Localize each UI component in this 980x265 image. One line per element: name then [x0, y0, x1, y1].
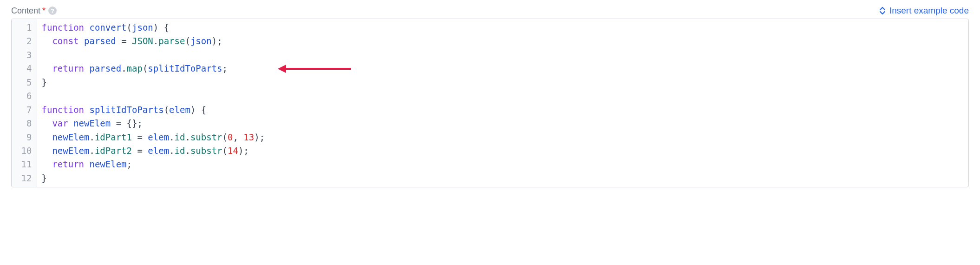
token: = {};: [116, 118, 143, 128]
token: var: [52, 118, 68, 128]
token: =: [137, 132, 142, 142]
code-line: 3: [12, 48, 968, 62]
token: [143, 132, 148, 142]
token: id: [175, 146, 185, 156]
token: [116, 36, 121, 46]
token: parse: [158, 36, 185, 46]
token: .: [153, 36, 158, 46]
line-number: 6: [12, 89, 37, 103]
token: return: [52, 159, 84, 169]
token: .: [169, 132, 174, 142]
code-content[interactable]: function splitIdToParts(elem) {: [37, 103, 968, 117]
line-number: 7: [12, 103, 37, 117]
code-content[interactable]: return newElem;: [37, 158, 968, 171]
token: splitIdToParts: [89, 105, 163, 115]
field-label: Content: [11, 6, 40, 16]
code-content[interactable]: }: [37, 172, 968, 187]
token: parsed: [89, 63, 121, 73]
token: (: [185, 36, 190, 46]
code-line: 9 newElem.idPart1 = elem.id.substr(0, 13…: [12, 131, 968, 144]
token: splitIdToParts: [148, 63, 222, 73]
token: idPart2: [95, 146, 132, 156]
token: [42, 118, 52, 128]
token: function: [42, 105, 85, 115]
token: JSON: [132, 36, 153, 46]
token: 13: [243, 132, 254, 142]
token: [127, 36, 132, 46]
token: [143, 146, 148, 156]
token: newElem: [89, 159, 126, 169]
code-line: 11 return newElem;: [12, 158, 968, 171]
required-indicator: *: [42, 6, 46, 16]
token: (: [222, 132, 228, 142]
token: idPart1: [95, 132, 132, 142]
token: 14: [228, 146, 238, 156]
chevron-expand-icon: [879, 7, 886, 15]
code-content[interactable]: }: [37, 76, 968, 89]
token: [79, 36, 84, 46]
token: (: [164, 105, 169, 115]
token: const: [52, 36, 78, 46]
token: convert: [89, 22, 126, 33]
code-body: 1function convert(json) {2 const parsed …: [12, 19, 968, 187]
line-number: 8: [12, 117, 37, 130]
token: (: [143, 63, 148, 73]
token: elem: [148, 132, 169, 142]
token: );: [238, 146, 249, 156]
token: }: [42, 77, 47, 87]
token: (: [222, 146, 228, 156]
token: .: [185, 146, 190, 156]
code-content[interactable]: const parsed = JSON.parse(json);: [37, 34, 968, 48]
token: return: [52, 63, 84, 73]
token: .: [185, 132, 190, 142]
field-label-group: Content * ?: [11, 6, 57, 16]
code-content[interactable]: [37, 89, 968, 103]
code-line: 6: [12, 89, 968, 103]
code-content[interactable]: var newElem = {};: [37, 117, 968, 130]
token: [84, 159, 89, 169]
token: [132, 146, 137, 156]
code-content[interactable]: function convert(json) {: [37, 19, 968, 34]
annotation-arrow-icon: [278, 65, 351, 73]
code-content[interactable]: newElem.idPart2 = elem.id.substr(14);: [37, 144, 968, 158]
code-content[interactable]: return parsed.map(splitIdToParts;: [37, 62, 968, 75]
code-content[interactable]: [37, 48, 968, 62]
token: );: [212, 36, 222, 46]
line-number: 3: [12, 48, 37, 62]
token: =: [121, 36, 126, 46]
token: (: [127, 22, 132, 33]
help-icon[interactable]: ?: [48, 7, 57, 15]
code-line: 7function splitIdToParts(elem) {: [12, 103, 968, 117]
line-number: 5: [12, 76, 37, 89]
token: .: [121, 63, 126, 73]
line-number: 10: [12, 144, 37, 158]
token: newElem: [73, 118, 111, 128]
code-content[interactable]: newElem.idPart1 = elem.id.substr(0, 13);: [37, 131, 968, 144]
code-editor[interactable]: 1function convert(json) {2 const parsed …: [11, 19, 969, 187]
token: [42, 132, 52, 142]
token: ) {: [190, 105, 206, 115]
editor-header: Content * ? Insert example code: [11, 6, 969, 16]
token: [42, 146, 52, 156]
line-number: 4: [12, 62, 37, 75]
token: elem: [148, 146, 169, 156]
token: );: [254, 132, 265, 142]
insert-example-code-label: Insert example code: [889, 6, 969, 16]
token: id: [175, 132, 185, 142]
token: [42, 159, 52, 169]
token: elem: [169, 105, 190, 115]
token: .: [89, 146, 94, 156]
token: substr: [190, 132, 222, 142]
line-number: 2: [12, 34, 37, 48]
token: [84, 63, 89, 73]
token: substr: [190, 146, 222, 156]
line-number: 12: [12, 172, 37, 187]
code-line: 12}: [12, 172, 968, 187]
token: ;: [127, 159, 132, 169]
token: ) {: [153, 22, 169, 33]
insert-example-code-button[interactable]: Insert example code: [879, 6, 969, 16]
line-number: 1: [12, 19, 37, 34]
token: [132, 132, 137, 142]
token: ,: [233, 132, 243, 142]
token: newElem: [52, 132, 89, 142]
